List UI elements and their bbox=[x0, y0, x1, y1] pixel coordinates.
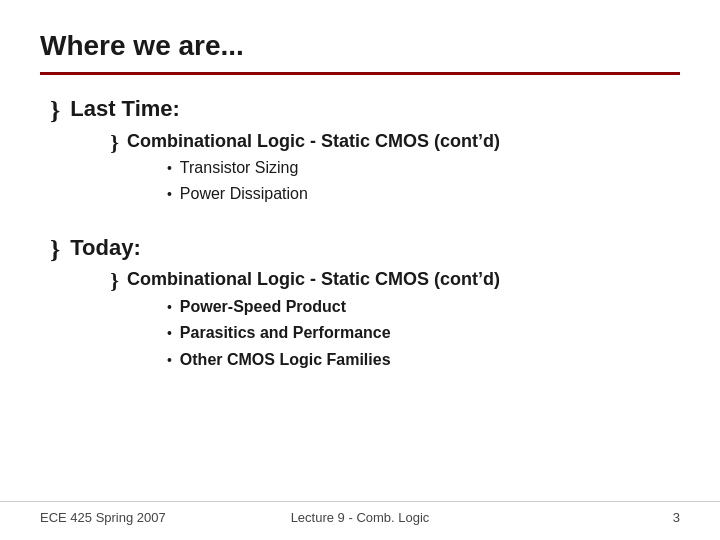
slide: Where we are... } Last Time: } Combinati… bbox=[0, 0, 720, 540]
dot-icon: • bbox=[167, 325, 172, 341]
bullet-today-sub: } bbox=[110, 268, 119, 294]
dot-icon: • bbox=[167, 186, 172, 202]
item-power-speed: Power-Speed Product bbox=[180, 296, 346, 318]
slide-footer: ECE 425 Spring 2007 Lecture 9 - Comb. Lo… bbox=[0, 501, 720, 525]
section-today: } Today: } Combinational Logic - Static … bbox=[50, 234, 680, 381]
last-time-sub-1: } Combinational Logic - Static CMOS (con… bbox=[110, 130, 500, 210]
last-time-sub-label: Combinational Logic - Static CMOS (cont’… bbox=[127, 131, 500, 151]
item-parasitics: Parasitics and Performance bbox=[180, 322, 391, 344]
item-other-cmos: Other CMOS Logic Families bbox=[180, 349, 391, 371]
slide-divider bbox=[40, 72, 680, 75]
bullet-last-time-sub: } bbox=[110, 130, 119, 156]
list-item: • Power Dissipation bbox=[167, 183, 500, 205]
footer-center: Lecture 9 - Comb. Logic bbox=[253, 510, 466, 525]
today-label: Today: bbox=[70, 235, 140, 260]
dot-icon: • bbox=[167, 160, 172, 176]
item-transistor-sizing: Transistor Sizing bbox=[180, 157, 299, 179]
today-sub-label: Combinational Logic - Static CMOS (cont’… bbox=[127, 269, 500, 289]
list-item: • Transistor Sizing bbox=[167, 157, 500, 179]
dot-icon: • bbox=[167, 352, 172, 368]
list-item: • Parasitics and Performance bbox=[167, 322, 500, 344]
bullet-today: } bbox=[50, 234, 60, 265]
today-sub-1: } Combinational Logic - Static CMOS (con… bbox=[110, 268, 500, 375]
list-item: • Other CMOS Logic Families bbox=[167, 349, 500, 371]
last-time-items: • Transistor Sizing • Power Dissipation bbox=[167, 157, 500, 206]
slide-content: } Last Time: } Combinational Logic - Sta… bbox=[40, 95, 680, 381]
today-subsections: } Combinational Logic - Static CMOS (con… bbox=[110, 268, 500, 375]
bullet-last-time: } bbox=[50, 95, 60, 126]
dot-icon: • bbox=[167, 299, 172, 315]
list-item: • Power-Speed Product bbox=[167, 296, 500, 318]
item-power-dissipation: Power Dissipation bbox=[180, 183, 308, 205]
today-items: • Power-Speed Product • Parasitics and P… bbox=[167, 296, 500, 371]
slide-title: Where we are... bbox=[40, 30, 680, 62]
footer-left: ECE 425 Spring 2007 bbox=[40, 510, 253, 525]
section-last-time: } Last Time: } Combinational Logic - Sta… bbox=[50, 95, 680, 216]
last-time-subsections: } Combinational Logic - Static CMOS (con… bbox=[110, 130, 500, 210]
last-time-label: Last Time: bbox=[70, 96, 180, 121]
footer-right: 3 bbox=[467, 510, 680, 525]
